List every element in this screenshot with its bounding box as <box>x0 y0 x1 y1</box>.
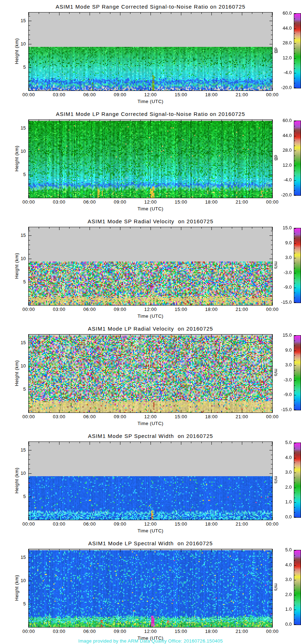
x-axis-label: Time (UTC) <box>29 313 272 319</box>
colorbar-minor-tick <box>294 498 295 498</box>
x-tick-label: 18:00 <box>205 414 218 419</box>
heatmap-canvas <box>29 335 272 413</box>
colorbar-tick-label: -4.0 <box>265 177 292 183</box>
heatmap-canvas <box>29 120 272 198</box>
x-tick-label: 09:00 <box>114 307 126 312</box>
colorbar-minor-tick <box>294 453 295 453</box>
x-tick-label: 15:00 <box>175 199 187 205</box>
colorbar-minor-tick <box>294 19 295 19</box>
colorbar-minor-tick <box>294 375 295 376</box>
colorbar-minor-tick <box>294 493 295 493</box>
plot-area <box>28 119 273 198</box>
heatmap-canvas <box>29 227 272 305</box>
x-axis-label: Time (UTC) <box>29 421 272 426</box>
x-tick-label: 12:00 <box>144 414 157 419</box>
colorbar-tick <box>294 180 296 181</box>
x-tick-label: 09:00 <box>114 521 126 527</box>
colorbar-minor-tick <box>294 590 295 590</box>
x-tick-label: 06:00 <box>83 199 96 205</box>
colorbar-tick <box>294 243 296 244</box>
colorbar-tick-label: -15.0 <box>265 407 292 413</box>
x-tick-label: 12:00 <box>144 92 157 97</box>
x-tick-label: 00:00 <box>22 199 35 205</box>
colorbar-minor-tick <box>294 238 295 239</box>
colorbar-tick <box>294 473 296 473</box>
y-axis-label: Height (km) <box>14 575 19 601</box>
x-axis-label: Time (UTC) <box>29 99 272 104</box>
x-tick-label: 18:00 <box>205 92 218 97</box>
plot-area <box>28 12 273 91</box>
colorbar-tick <box>294 502 296 503</box>
x-tick-label: 21:00 <box>235 629 248 634</box>
colorbar-tick <box>294 365 296 366</box>
colorbar-minor-tick <box>294 263 295 263</box>
y-tick-label: 15 <box>0 125 26 131</box>
x-tick-label: 18:00 <box>205 199 218 205</box>
colorbar-tick-label: -15.0 <box>265 299 292 305</box>
colorbar-minor-tick <box>294 615 295 615</box>
x-tick-label: 06:00 <box>83 629 96 634</box>
plot-area <box>28 227 273 306</box>
colorbar-tick-label: 4.0 <box>265 562 292 568</box>
panel-sp-rv: ASIM1 Mode SP Radial Velocity on 2016072… <box>0 215 301 322</box>
colorbar-tick <box>294 166 296 166</box>
x-tick-label: 09:00 <box>114 414 126 419</box>
y-tick-label: 5 <box>0 386 26 392</box>
colorbar-minor-tick <box>294 555 295 556</box>
x-tick-label: 21:00 <box>235 307 248 312</box>
colorbar-tick-label: 1.0 <box>265 606 292 612</box>
x-tick-label: 18:00 <box>205 307 218 312</box>
x-tick-label: 21:00 <box>235 521 248 527</box>
colorbar-tick-label: 0.0 <box>265 621 292 627</box>
colorbar-tick <box>294 58 296 59</box>
x-tick-label: 06:00 <box>83 521 96 527</box>
x-tick-label: 00:00 <box>266 307 278 312</box>
colorbar-tick <box>294 488 296 488</box>
colorbar-tick-label: 5.0 <box>265 547 292 553</box>
colorbar-tick <box>294 136 296 136</box>
y-tick-label: 10 <box>0 41 26 47</box>
colorbar-minor-tick <box>294 278 295 278</box>
x-tick-label: 18:00 <box>205 629 218 634</box>
x-tick-label: 00:00 <box>22 92 35 97</box>
y-axis-label: Height (km) <box>14 468 19 494</box>
colorbar-minor-tick <box>294 171 295 171</box>
colorbar-minor-tick <box>294 468 295 468</box>
colorbar-tick <box>294 443 296 443</box>
colorbar-tick <box>294 288 296 288</box>
colorbar-minor-tick <box>294 405 295 405</box>
colorbar-tick-label: 9.0 <box>265 347 292 353</box>
x-tick-label: 15:00 <box>175 521 187 527</box>
colorbar-minor-tick <box>294 78 295 78</box>
colorbar-minor-tick <box>294 620 295 620</box>
y-tick-label: 10 <box>0 363 26 369</box>
y-tick-label: 5 <box>0 64 26 70</box>
colorbar-minor-tick <box>294 24 295 24</box>
heatmap-canvas <box>29 442 272 520</box>
colorbar-tick-label: 28.0 <box>265 147 292 153</box>
colorbar-tick <box>294 14 296 14</box>
x-tick-label: 03:00 <box>53 307 65 312</box>
colorbar-tick-label: -9.0 <box>265 392 292 397</box>
colorbar-minor-tick <box>294 341 295 341</box>
colorbar-tick-label: 3.0 <box>265 255 292 260</box>
x-tick-label: 09:00 <box>114 199 126 205</box>
colorbar-tick-label: 15.0 <box>265 332 292 338</box>
colorbar-tick <box>294 88 296 88</box>
colorbar-tick-label: 44.0 <box>265 25 292 31</box>
colorbar-tick-label: 3.0 <box>265 577 292 582</box>
heatmap-canvas <box>29 549 272 627</box>
plot-area <box>28 441 273 520</box>
y-tick-label: 5 <box>0 494 26 499</box>
colorbar-tick-label: 28.0 <box>265 40 292 46</box>
colorbar-minor-tick <box>294 570 295 570</box>
footer-attribution: Image provided by the ARM Data Quality O… <box>29 638 272 644</box>
panel-title: ASIM1 Mode SP Radial Velocity on 2016072… <box>29 218 272 224</box>
colorbar-tick-label: 44.0 <box>265 133 292 138</box>
colorbar-tick-label: 4.0 <box>265 455 292 460</box>
colorbar-minor-tick <box>294 360 295 361</box>
colorbar-minor-tick <box>294 385 295 386</box>
colorbar-tick <box>294 458 296 458</box>
colorbar-minor-tick <box>294 507 295 508</box>
colorbar-minor-tick <box>294 346 295 346</box>
